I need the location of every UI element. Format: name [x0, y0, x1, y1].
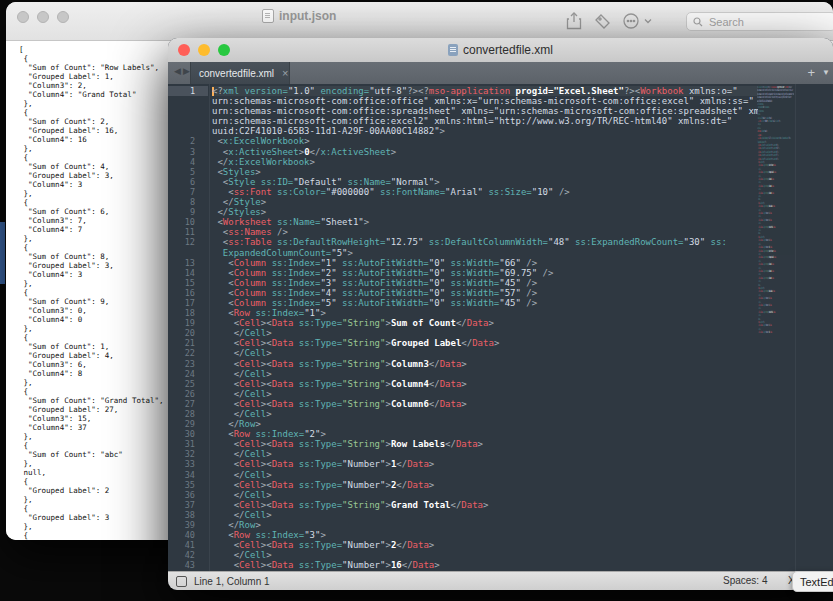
json-line: "Sum of Count": 9,: [19, 297, 164, 306]
tab-close-icon[interactable]: ×: [282, 67, 288, 79]
json-line: "Column4": 37: [19, 423, 164, 432]
indentation-setting[interactable]: Spaces: 4: [723, 575, 767, 586]
json-line: "Sum of Count": "abc": [19, 450, 164, 459]
code-line: </Cell>: [212, 389, 758, 399]
code-line: <Column ss:Index="3" ss:AutoFitWidth="0"…: [212, 278, 758, 288]
json-line: "Column3": 6,: [19, 360, 164, 369]
code-line: <x:ActiveSheet>0</x:ActiveSheet>: [212, 147, 758, 157]
json-line: },: [19, 459, 164, 468]
json-line: {: [19, 531, 164, 540]
json-line: {: [19, 504, 164, 513]
sublime-titlebar[interactable]: convertedfile.xml: [168, 38, 833, 63]
line-number: 29: [168, 419, 208, 429]
json-line: "Column4": 7: [19, 225, 164, 234]
line-number: 8: [168, 197, 208, 207]
code-text[interactable]: <?xml version="1.0" encoding="utf-8"?><?…: [212, 86, 758, 571]
code-line: <Column ss:Index="4" ss:AutoFitWidth="0"…: [212, 288, 758, 298]
line-number: 3: [168, 147, 208, 157]
json-line: {: [19, 108, 164, 117]
code-editor[interactable]: 1234567891011121314151617181920212223242…: [168, 84, 833, 572]
json-line: {: [19, 441, 164, 450]
line-number: 28: [168, 409, 208, 419]
code-line: <Row ss:Index="3">: [212, 530, 758, 540]
line-number: 15: [168, 278, 208, 288]
json-line: {: [19, 333, 164, 342]
json-line: },: [19, 279, 164, 288]
json-line: {: [19, 54, 164, 63]
line-number: 34: [168, 470, 208, 480]
json-line: },: [19, 234, 164, 243]
line-number: 1: [168, 86, 208, 96]
search-input[interactable]: [707, 15, 811, 29]
line-number: 18: [168, 308, 208, 318]
code-line: <?xml version="1.0" encoding="utf-8"?><?…: [212, 86, 758, 96]
new-tab-icon[interactable]: +: [807, 65, 815, 80]
code-line: urn:schemas-microsoft-com:office:office"…: [212, 96, 758, 106]
line-number: 32: [168, 449, 208, 459]
json-line: "Grouped Label": 4,: [19, 351, 164, 360]
code-line: <Row ss:Index="1">: [212, 308, 758, 318]
json-line: },: [19, 522, 164, 531]
line-number: 31: [168, 439, 208, 449]
json-line: "Grouped Label": 16,: [19, 126, 164, 135]
json-line: {: [19, 288, 164, 297]
document-icon: [262, 9, 274, 23]
json-line: "Column4": 3: [19, 180, 164, 189]
nav-back-icon[interactable]: ◀: [174, 66, 183, 76]
json-line: "Sum of Count": 1,: [19, 342, 164, 351]
tag-icon[interactable]: [594, 13, 611, 30]
line-number: [168, 248, 208, 258]
json-line: "Column3": 0,: [19, 306, 164, 315]
json-line: "Grouped Label": 3,: [19, 261, 164, 270]
code-line: <x:ExcelWorkbook>: [212, 136, 758, 146]
tab-label: convertedfile.xml: [199, 68, 274, 79]
json-line: {: [19, 243, 164, 252]
tab-overflow-icon[interactable]: ▼: [822, 68, 830, 77]
gutter-divider: [209, 84, 210, 572]
json-line: {: [19, 477, 164, 486]
line-number: 7: [168, 187, 208, 197]
json-line: },: [19, 144, 164, 153]
share-icon[interactable]: [566, 12, 582, 30]
code-line: </Row>: [212, 520, 758, 530]
close-button[interactable]: [17, 11, 29, 23]
line-number: [168, 116, 208, 126]
line-number: 35: [168, 480, 208, 490]
line-number: 5: [168, 167, 208, 177]
code-line: <Cell><Data ss:Type="Number">2</Data>: [212, 540, 758, 550]
line-number: 39: [168, 520, 208, 530]
line-number: 4: [168, 157, 208, 167]
desktop-background: input.json [ { "S: [0, 0, 833, 601]
background-window-edge: [0, 222, 5, 284]
json-line: "Grouped Label": 3,: [19, 171, 164, 180]
line-number: 38: [168, 510, 208, 520]
code-line: <Cell><Data ss:Type="Number">16</Data>: [757, 331, 794, 334]
code-line: <ss:Font ss:Color="#000000" ss:FontName=…: [212, 187, 758, 197]
minimize-button[interactable]: [37, 11, 49, 23]
zoom-button[interactable]: [57, 11, 69, 23]
line-number: 9: [168, 207, 208, 217]
code-line: <Cell><Data ss:Type="String">Grouped Lab…: [212, 338, 758, 348]
json-line: "Column3": 7,: [19, 216, 164, 225]
code-line: <Row ss:Index="2">: [212, 429, 758, 439]
line-number: 25: [168, 379, 208, 389]
code-line: <Column ss:Index="2" ss:AutoFitWidth="0"…: [212, 268, 758, 278]
minimap[interactable]: <?xml version="1.0" encoding="utf-8"?><?…: [757, 86, 794, 341]
json-line: null,: [19, 468, 164, 477]
more-options-icon[interactable]: [623, 13, 653, 29]
code-line: urn:schemas-microsoft-com:office:excel2"…: [212, 116, 758, 126]
tab-convertedfile[interactable]: convertedfile.xml ×: [190, 62, 290, 84]
json-line: "Column3": 2,: [19, 81, 164, 90]
search-field[interactable]: [686, 12, 833, 31]
textedit-toolbar[interactable]: input.json: [6, 2, 833, 41]
json-line: },: [19, 495, 164, 504]
code-line: </x:ExcelWorkbook>: [212, 157, 758, 167]
line-number: 10: [168, 217, 208, 227]
json-line: },: [19, 99, 164, 108]
code-line: </Cell>: [212, 470, 758, 480]
code-line: </Cell>: [212, 409, 758, 419]
code-line: <Column ss:Index="1" ss:AutoFitWidth="0"…: [212, 258, 758, 268]
json-line: },: [19, 324, 164, 333]
json-line: [: [19, 45, 164, 54]
json-line: "Sum of Count": "Row Labels",: [19, 63, 164, 72]
